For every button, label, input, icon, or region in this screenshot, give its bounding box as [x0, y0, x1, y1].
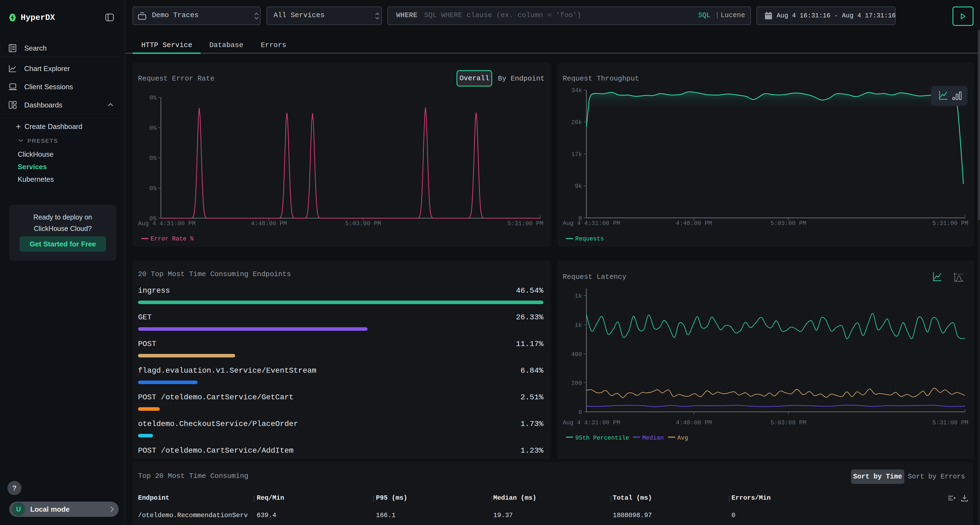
svg-text:9k: 9k	[575, 183, 582, 190]
svg-text:5:03:00 PM: 5:03:00 PM	[770, 419, 806, 426]
svg-text:34k: 34k	[571, 87, 582, 94]
svg-text:Avg: Avg	[677, 435, 688, 441]
svg-text:Median: Median	[642, 435, 664, 441]
svg-text:5:31:00 PM: 5:31:00 PM	[932, 220, 968, 227]
svg-text:Aug 4 4:31:00 PM: Aug 4 4:31:00 PM	[563, 220, 620, 227]
svg-text:0%: 0%	[150, 95, 157, 102]
svg-text:0%: 0%	[150, 125, 157, 132]
svg-text:0%: 0%	[150, 155, 157, 162]
svg-text:4:48:00 PM: 4:48:00 PM	[676, 419, 712, 426]
svg-text:400: 400	[571, 351, 582, 358]
svg-text:Error Rate %: Error Rate %	[151, 236, 194, 243]
svg-text:5:31:00 PM: 5:31:00 PM	[508, 220, 543, 227]
svg-text:Requests: Requests	[575, 236, 604, 243]
svg-text:200: 200	[571, 380, 582, 387]
svg-text:Aug 4 4:31:00 PM: Aug 4 4:31:00 PM	[138, 220, 196, 227]
svg-text:0%: 0%	[150, 185, 157, 192]
svg-text:1k: 1k	[575, 322, 582, 329]
svg-text:5:03:00 PM: 5:03:00 PM	[345, 220, 381, 227]
svg-text:95th Percentile: 95th Percentile	[575, 435, 629, 441]
svg-text:4:48:00 PM: 4:48:00 PM	[251, 220, 287, 227]
svg-text:4:48:00 PM: 4:48:00 PM	[676, 220, 712, 227]
svg-text:Aug 4 4:31:00 PM: Aug 4 4:31:00 PM	[563, 419, 620, 426]
svg-text:5:03:00 PM: 5:03:00 PM	[770, 220, 806, 227]
svg-text:17k: 17k	[571, 151, 582, 158]
svg-text:0: 0	[579, 409, 582, 416]
svg-text:5:31:00 PM: 5:31:00 PM	[932, 419, 968, 426]
svg-text:1k: 1k	[575, 293, 582, 300]
svg-text:26k: 26k	[571, 119, 582, 126]
